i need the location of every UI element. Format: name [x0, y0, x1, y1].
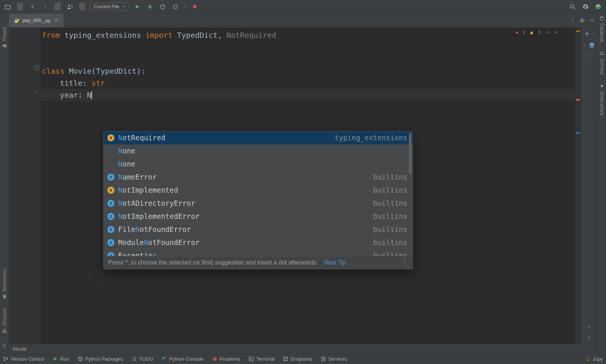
error-stripe[interactable]	[575, 28, 581, 344]
chevron-right-icon[interactable]	[587, 335, 592, 340]
completion-item[interactable]: cFileNotFoundErrorbuiltins	[104, 223, 413, 236]
editor-tab-bar: pep_655_.py ✕ ⋮	[9, 13, 597, 28]
c-badge-icon: c	[107, 174, 114, 181]
add-db-icon[interactable]	[584, 31, 594, 37]
svg-point-20	[284, 357, 285, 358]
completion-item-source: builtins	[373, 172, 407, 183]
completion-item-name: FileNotFoundError	[118, 224, 191, 235]
toolwin-console-label: Python Console	[169, 356, 203, 362]
toolwin-sciview[interactable]: SciView	[599, 51, 605, 74]
stop-icon[interactable]	[190, 2, 200, 12]
nav-back-icon[interactable]	[28, 2, 37, 12]
toolwin-vcs[interactable]: Version Control	[3, 356, 44, 362]
run-icon[interactable]	[132, 2, 142, 12]
more-toolwins-icon[interactable]: ⠿	[2, 343, 7, 350]
chevron-down-icon[interactable]	[587, 54, 591, 58]
editor-tab[interactable]: pep_655_.py ✕	[9, 13, 64, 27]
toolwin-packages[interactable]: Python Packages	[77, 356, 123, 362]
completion-item-name: NotImplemented	[118, 185, 178, 196]
svg-point-11	[581, 20, 583, 21]
toolwin-sciview-label: SciView	[599, 59, 605, 74]
main-toolbar: Current File	[0, 0, 606, 13]
breadcrumbs[interactable]: Movie	[9, 344, 597, 354]
completion-item[interactable]: cNotImplementedErrorbuiltins	[104, 210, 413, 223]
debug-icon[interactable]	[145, 2, 155, 12]
toolwin-structure[interactable]: Structure	[2, 308, 7, 334]
coverage-icon[interactable]	[158, 2, 168, 12]
completion-item[interactable]: cModuleNotFoundErrorbuiltins	[104, 236, 413, 249]
fold-icon[interactable]: −	[35, 64, 39, 70]
toolwin-project[interactable]: Project	[2, 27, 7, 48]
toolwin-notifications-label: Notifications	[599, 91, 605, 116]
editor[interactable]: − ⌙ from typing_extensions import TypedD…	[9, 28, 597, 344]
toolwin-jupyter[interactable]: Jupy	[585, 356, 603, 362]
toolwin-services[interactable]: Services	[321, 356, 347, 362]
search-icon[interactable]	[568, 2, 578, 12]
expand-db-icon[interactable]	[583, 42, 595, 49]
chevron-down-icon[interactable]	[587, 325, 591, 330]
completion-item[interactable]: vNotImplementedbuiltins	[104, 184, 413, 197]
svg-point-13	[600, 16, 603, 18]
code-area[interactable]: from typing_extensions import TypedDict,…	[40, 28, 575, 344]
inspection-summary[interactable]: ● 1 ▲ 1	[515, 29, 559, 35]
toolwin-problems-label: Problems	[220, 356, 240, 362]
completion-item[interactable]: cNotADirectoryErrorbuiltins	[104, 197, 413, 210]
chevron-down-icon[interactable]	[554, 30, 559, 35]
toolwin-run[interactable]: Run	[52, 356, 69, 362]
vcs-user-icon[interactable]	[65, 2, 75, 12]
svg-point-9	[15, 19, 16, 19]
svg-point-12	[590, 43, 594, 45]
popup-scrollbar[interactable]	[409, 133, 411, 174]
completion-item[interactable]: cNameErrorbuiltins	[104, 171, 413, 184]
popup-menu-icon[interactable]: ⋮	[401, 259, 408, 267]
toolwin-database[interactable]: Database	[599, 16, 605, 42]
profile-icon[interactable]	[171, 2, 180, 12]
completion-item-name: NameError	[118, 172, 157, 183]
chevron-down-icon[interactable]	[183, 5, 187, 9]
toolwin-console[interactable]: Python Console	[161, 356, 203, 362]
completion-item-name: NotRequired	[118, 132, 165, 143]
completion-item-source: builtins	[373, 224, 407, 235]
popup-next-tip-link[interactable]: Next Tip	[324, 259, 346, 266]
python-file-icon	[13, 18, 19, 24]
completion-item-name: NotADirectoryError	[118, 198, 195, 209]
c-badge-icon: c	[107, 239, 114, 246]
toolwin-bookmarks[interactable]: Bookmarks	[2, 269, 7, 299]
breadcrumb-item[interactable]: Movie	[13, 346, 27, 352]
svg-point-23	[287, 360, 288, 361]
run-config-selector[interactable]: Current File	[90, 3, 129, 10]
nav-forward-icon[interactable]	[40, 2, 50, 12]
svg-point-1	[149, 5, 152, 8]
svg-point-4	[570, 4, 574, 8]
toolwin-problems[interactable]: Problems	[212, 356, 240, 362]
toolwin-todo[interactable]: TODO	[131, 356, 153, 362]
ide-logo-icon[interactable]	[593, 2, 603, 12]
completion-item[interactable]: vNotRequiredtyping_extensions	[104, 131, 413, 144]
completion-item[interactable]: vNone	[104, 157, 413, 171]
completion-item-name: Exception	[118, 250, 157, 256]
completion-item[interactable]: vNone	[104, 144, 413, 157]
v-badge-icon: v	[107, 187, 114, 194]
tab-more-icon[interactable]: ⋮	[569, 17, 576, 24]
open-folder-icon[interactable]	[3, 2, 13, 12]
tab-gear-icon[interactable]	[578, 17, 586, 24]
toolwin-notifications[interactable]: Notifications	[599, 84, 605, 116]
completion-item-source: builtins	[373, 185, 407, 196]
toolwin-endpoints[interactable]: Endpoints	[283, 356, 312, 362]
hide-panel-icon[interactable]	[588, 17, 596, 24]
toolwin-terminal[interactable]: Terminal	[248, 356, 275, 362]
popup-footer: Press ^. to choose the selected (or firs…	[104, 256, 413, 269]
code-completion-popup[interactable]: vNotRequiredtyping_extensionsvNonevNonec…	[103, 131, 413, 269]
completion-item[interactable]: cExceptionbuiltins	[104, 249, 413, 256]
popup-hint: Press ^. to choose the selected (or firs…	[108, 259, 316, 266]
chevron-up-icon[interactable]	[545, 30, 550, 35]
toolwin-run-label: Run	[60, 356, 69, 362]
error-count: 1	[523, 29, 526, 35]
gutter: − ⌙	[9, 28, 40, 344]
right-toggle-panel	[581, 28, 597, 344]
close-tab-icon[interactable]: ✕	[53, 18, 59, 23]
c-badge-icon: c	[107, 252, 114, 256]
settings-gear-icon[interactable]	[581, 2, 590, 12]
fold-end-icon[interactable]: ⌙	[35, 89, 39, 95]
completion-item-name: None	[118, 146, 135, 156]
